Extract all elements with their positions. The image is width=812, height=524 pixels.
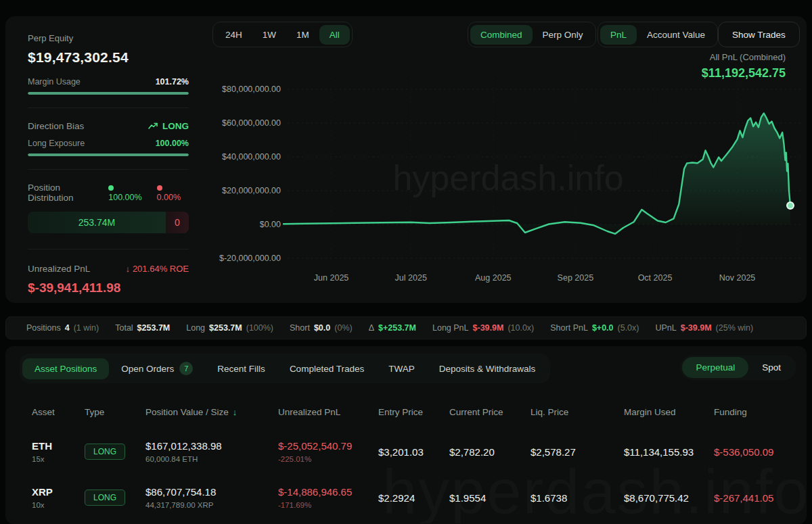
- divider: [28, 249, 189, 249]
- x-axis-tick-label: Sep 2025: [558, 273, 594, 283]
- header-type: Type: [85, 407, 145, 417]
- long-badge: LONG: [85, 490, 125, 506]
- entry-price: $2.2924: [378, 492, 449, 504]
- metric-pnl[interactable]: PnL: [600, 25, 637, 45]
- asset-symbol: ETH: [32, 440, 85, 452]
- short-distribution-segment: 0: [166, 212, 189, 233]
- all-pnl-label: All PnL (Combined): [702, 52, 786, 62]
- summary-delta: Δ $+253.7M: [369, 323, 416, 333]
- open-orders-count-badge: 7: [179, 362, 193, 375]
- x-axis-tick-label: Nov 2025: [719, 273, 756, 283]
- direction-bias-value: LONG: [148, 121, 189, 131]
- header-asset: Asset: [32, 407, 85, 417]
- margin-usage-value: 101.72%: [156, 77, 189, 87]
- mode-toggle-group: Combined Perp Only: [468, 22, 596, 47]
- tab-twap[interactable]: TWAP: [376, 358, 427, 379]
- header-current-price[interactable]: Current Price: [449, 407, 531, 417]
- long-dot-icon: [108, 185, 114, 191]
- asset-leverage: 10x: [32, 501, 85, 509]
- table-row[interactable]: XRP 10x LONG $86,707,754.18 44,317,789.0…: [6, 475, 807, 520]
- table-row[interactable]: ETH 15x LONG $167,012,338.98 60,000.84 E…: [6, 429, 807, 474]
- current-price: $1.9554: [449, 492, 531, 504]
- market-type-toggle: Perpetual Spot: [680, 355, 796, 380]
- long-exposure-label: Long Exposure: [28, 139, 85, 148]
- funding: $-536,050.09: [714, 446, 791, 458]
- mode-combined[interactable]: Combined: [470, 25, 533, 45]
- short-dot-icon: [157, 185, 162, 191]
- unrealized-pnl: $-14,886,946.65: [278, 486, 378, 498]
- y-axis-tick-label: $0.00: [260, 220, 281, 229]
- time-range-1m[interactable]: 1M: [286, 25, 319, 45]
- unrealized-pnl-label: Unrealized PnL: [28, 264, 90, 274]
- positions-summary-bar: Positions 4 (1 win) Total $253.7M Long $…: [5, 316, 807, 339]
- unrealized-pnl-pct: -171.69%: [278, 501, 378, 509]
- perp-equity-label: Perp Equity: [28, 33, 189, 43]
- y-axis-tick-label: $20,000,000.00: [222, 186, 281, 195]
- y-axis-tick-label: $80,000,000.00: [222, 85, 281, 94]
- margin-used: $8,670,775.42: [624, 492, 714, 504]
- margin-usage-label: Margin Usage: [28, 77, 81, 87]
- header-unrealized-pnl[interactable]: Unrealized PnL: [278, 407, 378, 417]
- header-liq-price[interactable]: Liq. Price: [531, 407, 624, 417]
- metric-account-value[interactable]: Account Value: [637, 25, 715, 45]
- x-axis-tick-label: Oct 2025: [638, 273, 673, 283]
- time-range-group: 24H 1W 1M All: [212, 22, 353, 47]
- unrealized-pnl-value: $-39,941,411.98: [28, 281, 189, 295]
- header-funding[interactable]: Funding: [714, 407, 791, 417]
- table-header: Asset Type Position Value / Size↓ Unreal…: [6, 400, 807, 424]
- summary-short: Short $0.0 (0%): [290, 323, 353, 333]
- x-axis-tick-label: Aug 2025: [475, 273, 512, 283]
- time-range-24h[interactable]: 24H: [215, 25, 252, 45]
- metric-toggle-group: PnL Account Value: [597, 22, 718, 47]
- summary-long-pnl: Long PnL $-39.9M (10.0x): [432, 323, 534, 333]
- summary-long: Long $253.7M (100%): [186, 323, 273, 333]
- asset-symbol: XRP: [32, 486, 85, 498]
- mode-perp-only[interactable]: Perp Only: [533, 25, 593, 45]
- position-value: $86,707,754.18: [145, 486, 278, 498]
- chart-end-dot: [787, 202, 794, 209]
- watermark: hyperdash.info: [392, 158, 623, 197]
- roe-value: ↓ 201.64% ROE: [125, 264, 189, 274]
- long-badge: LONG: [85, 444, 125, 460]
- header-entry-price[interactable]: Entry Price: [378, 407, 449, 417]
- overview-panel: Perp Equity $19,473,302.54 Margin Usage …: [5, 16, 807, 303]
- header-margin-used[interactable]: Margin Used: [624, 407, 714, 417]
- x-axis-tick-label: Jun 2025: [314, 273, 348, 283]
- tab-open-orders[interactable]: Open Orders 7: [109, 356, 205, 381]
- positions-tabs: Asset Positions Open Orders 7 Recent Fil…: [20, 354, 550, 383]
- summary-upnl: UPnL $-39.9M (25% win): [655, 323, 753, 333]
- toggle-spot[interactable]: Spot: [748, 357, 794, 378]
- account-stats-sidebar: Perp Equity $19,473,302.54 Margin Usage …: [6, 17, 209, 295]
- y-axis-tick-label: $-20,000,000.00: [219, 254, 281, 263]
- positions-panel: hyperdash.info Asset Positions Open Orde…: [5, 346, 807, 524]
- position-size: 60,000.84 ETH: [145, 455, 278, 463]
- summary-total: Total $253.7M: [115, 323, 170, 333]
- x-axis-tick-label: Jul 2025: [395, 273, 427, 283]
- y-axis-tick-label: $40,000,000.00: [222, 152, 281, 162]
- time-range-1w[interactable]: 1W: [252, 25, 286, 45]
- position-value: $167,012,338.98: [145, 440, 278, 452]
- margin-used: $11,134,155.93: [624, 446, 714, 458]
- current-price: $2,782.20: [449, 446, 531, 458]
- time-range-all[interactable]: All: [319, 25, 350, 45]
- tab-recent-fills[interactable]: Recent Fills: [205, 358, 277, 379]
- position-distribution-label: Position Distribution: [28, 183, 108, 203]
- entry-price: $3,201.03: [378, 446, 449, 458]
- liq-price: $1.6738: [531, 492, 624, 504]
- trend-up-icon: [148, 122, 158, 130]
- distribution-legend: 100.00% 0.00%: [108, 183, 189, 202]
- show-trades-button[interactable]: Show Trades: [718, 22, 800, 47]
- sort-desc-icon[interactable]: ↓: [233, 407, 238, 417]
- header-position-value[interactable]: Position Value / Size↓: [145, 407, 278, 417]
- long-exposure-value: 100.00%: [156, 139, 189, 148]
- margin-usage-bar: [28, 92, 189, 95]
- funding: $-267,441.05: [714, 492, 791, 504]
- divider: [28, 108, 189, 108]
- tab-deposits-withdrawals[interactable]: Deposits & Withdrawals: [427, 358, 548, 379]
- toggle-perpetual[interactable]: Perpetual: [682, 357, 748, 378]
- perp-equity-value: $19,473,302.54: [28, 49, 189, 66]
- tab-asset-positions[interactable]: Asset Positions: [22, 358, 109, 379]
- pnl-chart[interactable]: Jun 2025Jul 2025Aug 2025Sep 2025Oct 2025…: [216, 67, 807, 300]
- position-size: 44,317,789.00 XRP: [145, 501, 278, 509]
- tab-completed-trades[interactable]: Completed Trades: [277, 358, 376, 379]
